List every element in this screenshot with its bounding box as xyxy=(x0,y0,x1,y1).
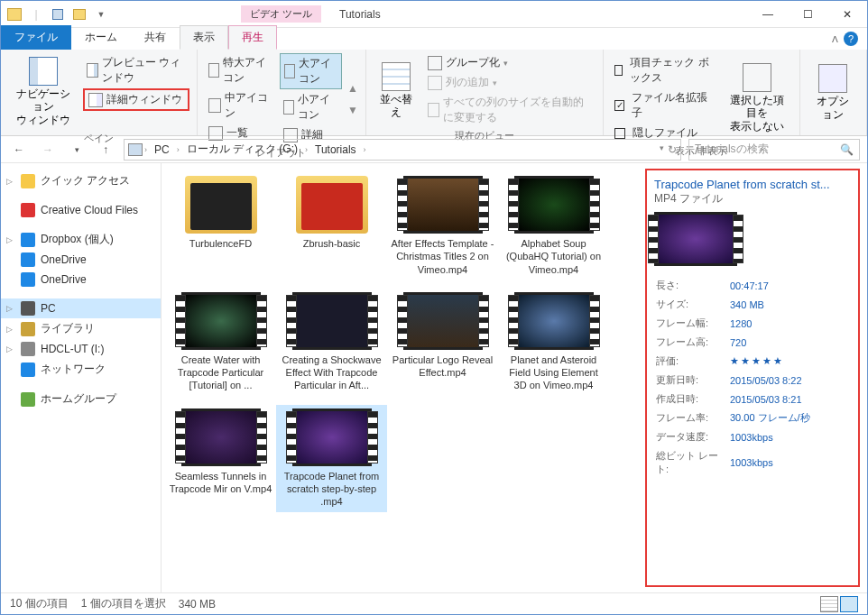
layout-scroll-up-icon[interactable]: ▲ xyxy=(347,82,358,95)
nav-item-db[interactable]: ▷Dropbox (個人) xyxy=(1,229,161,250)
small-icons-button[interactable]: 小アイコン xyxy=(280,90,342,124)
content-pane[interactable]: TurbulenceFDZbrush-basicAfter Effects Te… xyxy=(162,163,645,592)
search-icon: 🔍 xyxy=(840,143,854,156)
item-label: TurbulenceFD xyxy=(189,237,252,250)
nav-label: OneDrive xyxy=(41,253,87,266)
add-columns-button[interactable]: 列の追加 ▾ xyxy=(424,73,596,92)
autosize-columns-button[interactable]: すべての列のサイズを自動的に変更する xyxy=(424,93,596,127)
nav-label: OneDrive xyxy=(41,273,87,286)
video-item[interactable]: Trapcode Planet from scratch step-by-ste… xyxy=(276,405,387,512)
file-extensions-toggle[interactable]: ✓ファイル名拡張子 xyxy=(611,88,717,123)
breadcrumb-item[interactable]: Tutorials xyxy=(309,142,362,158)
video-item[interactable]: After Effects Template - Christmas Title… xyxy=(387,172,498,280)
nav-item-pc[interactable]: ▷PC xyxy=(1,298,161,318)
ribbon-collapse-icon[interactable]: ᐱ xyxy=(832,34,838,44)
large-icons-button[interactable]: 大アイコン xyxy=(280,53,342,89)
forward-button[interactable]: → xyxy=(37,139,59,161)
details-value[interactable]: ★★★★★ xyxy=(730,353,849,370)
maximize-button[interactable]: ☐ xyxy=(788,1,827,28)
back-button[interactable]: ← xyxy=(8,139,30,161)
item-label: Trapcode Planet from scratch step-by-ste… xyxy=(280,470,383,509)
ribbon-group-layout: 特大アイコン 中アイコン 一覧 大アイコン 小アイコン 詳細 ▲ ▼ レイアウト xyxy=(198,50,366,135)
folder-item[interactable]: TurbulenceFD xyxy=(165,172,276,280)
details-key: フレーム幅: xyxy=(656,315,728,332)
tab-home[interactable]: ホーム xyxy=(71,25,131,50)
close-button[interactable]: ✕ xyxy=(827,1,867,28)
caret-icon[interactable]: ▷ xyxy=(6,325,13,334)
details-pane-button[interactable]: 詳細ウィンドウ xyxy=(83,88,189,111)
item-label: Creating a Shockwave Effect With Trapcod… xyxy=(280,353,383,392)
sort-button[interactable]: 並べ替え xyxy=(374,53,419,127)
caret-icon[interactable]: ▷ xyxy=(6,235,13,244)
details-value: 340 MB xyxy=(730,296,849,313)
properties-icon[interactable] xyxy=(48,5,68,24)
tab-play[interactable]: 再生 xyxy=(228,25,277,50)
item-label: Create Water with Trapcode Particular [T… xyxy=(169,353,272,392)
navigation-pane[interactable]: ▷クイック アクセスCreative Cloud Files▷Dropbox (… xyxy=(1,163,162,592)
caret-icon[interactable]: ▷ xyxy=(6,304,13,313)
tab-view[interactable]: 表示 xyxy=(180,25,228,50)
view-icons-icon[interactable] xyxy=(840,596,858,612)
open-icon[interactable] xyxy=(69,5,89,24)
help-icon[interactable]: ? xyxy=(844,32,858,46)
nav-item-hdd[interactable]: ▷HDCL-UT (I:) xyxy=(1,339,161,359)
video-item[interactable]: Seamless Tunnels in Trapcode Mir on V.mp… xyxy=(165,405,276,512)
medium-icons-button[interactable]: 中アイコン xyxy=(205,88,274,123)
nav-item-net[interactable]: ネットワーク xyxy=(1,359,161,380)
details-subtitle: MP4 ファイル xyxy=(654,191,851,207)
details-row: フレーム率:30.00 フレーム/秒 xyxy=(656,409,849,427)
folder-item[interactable]: Zbrush-basic xyxy=(276,172,387,280)
video-item[interactable]: Planet and Asteroid Field Using Element … xyxy=(498,289,609,396)
video-item[interactable]: Creating a Shockwave Effect With Trapcod… xyxy=(276,289,387,396)
nav-item-od[interactable]: OneDrive xyxy=(1,250,161,270)
nav-item-od[interactable]: OneDrive xyxy=(1,270,161,289)
breadcrumb-item[interactable]: PC xyxy=(149,142,175,158)
hide-selected-button[interactable]: 選択した項目を 表示しない xyxy=(723,53,792,142)
status-count: 10 個の項目 xyxy=(10,596,69,611)
caret-icon[interactable]: ▷ xyxy=(6,344,13,353)
title-bar: | ▼ ビデオ ツール Tutorials — ☐ ✕ xyxy=(1,1,867,28)
details-key: フレーム高: xyxy=(656,334,728,351)
nav-item-lib[interactable]: ▷ライブラリ xyxy=(1,318,161,339)
nav-label: Creative Cloud Files xyxy=(41,204,138,216)
ribbon: ナビゲーション ウィンドウ プレビュー ウィンドウ 詳細ウィンドウ ペイン 特大… xyxy=(1,50,867,136)
extra-large-icons-button[interactable]: 特大アイコン xyxy=(205,53,274,87)
context-tab-video: ビデオ ツール xyxy=(241,5,321,23)
details-thumbnail xyxy=(654,212,737,266)
hdd-icon xyxy=(21,342,35,356)
navigation-pane-button[interactable]: ナビゲーション ウィンドウ xyxy=(8,53,78,130)
layout-scroll-down-icon[interactable]: ▼ xyxy=(347,104,358,116)
up-button[interactable]: ↑ xyxy=(95,139,116,161)
breadcrumb-item[interactable]: ローカル ディスク (G:) xyxy=(181,140,303,159)
group-by-button[interactable]: グループ化 ▾ xyxy=(424,53,596,72)
preview-pane-button[interactable]: プレビュー ウィンドウ xyxy=(83,53,189,87)
recent-dropdown-icon[interactable]: ▾ xyxy=(66,139,88,161)
breadcrumb[interactable]: › PC› ローカル ディスク (G:)› Tutorials› ▾↻ xyxy=(124,139,681,161)
od-icon xyxy=(21,272,35,287)
video-item[interactable]: Alphabet Soup (QubaHQ Tutorial) on Vimeo… xyxy=(498,172,609,280)
tab-file[interactable]: ファイル xyxy=(1,25,71,50)
video-item[interactable]: Create Water with Trapcode Particular [T… xyxy=(165,289,276,396)
minimize-button[interactable]: — xyxy=(748,1,788,28)
video-thumbnail xyxy=(181,408,261,466)
search-input[interactable]: Tutorialsの検索🔍 xyxy=(688,139,860,161)
qat-dropdown-icon[interactable]: ▼ xyxy=(91,5,111,24)
caret-icon[interactable]: ▷ xyxy=(6,177,13,186)
details-value: 1003kbps xyxy=(730,428,849,445)
details-value: 2015/05/03 8:21 xyxy=(730,390,849,408)
address-dropdown-icon[interactable]: ▾ xyxy=(660,143,664,156)
details-table: 長さ:00:47:17サイズ:340 MBフレーム幅:1280フレーム高:720… xyxy=(654,275,851,480)
view-details-icon[interactable] xyxy=(820,596,838,612)
nav-item-hg[interactable]: ホームグループ xyxy=(1,389,161,409)
video-item[interactable]: Particular Logo Reveal Effect.mp4 xyxy=(387,289,498,396)
options-button[interactable]: オプション xyxy=(808,53,859,132)
nav-item-cc[interactable]: Creative Cloud Files xyxy=(1,200,161,220)
item-checkboxes-toggle[interactable]: 項目チェック ボックス xyxy=(611,53,717,87)
window-controls: — ☐ ✕ xyxy=(748,1,867,28)
refresh-icon[interactable]: ↻ xyxy=(668,143,677,156)
details-title: Trapcode Planet from scratch st... xyxy=(654,178,851,191)
nav-item-star[interactable]: ▷クイック アクセス xyxy=(1,170,161,191)
window-title: Tutorials xyxy=(339,8,381,21)
folder-icon[interactable] xyxy=(5,5,24,24)
tab-share[interactable]: 共有 xyxy=(131,25,180,50)
